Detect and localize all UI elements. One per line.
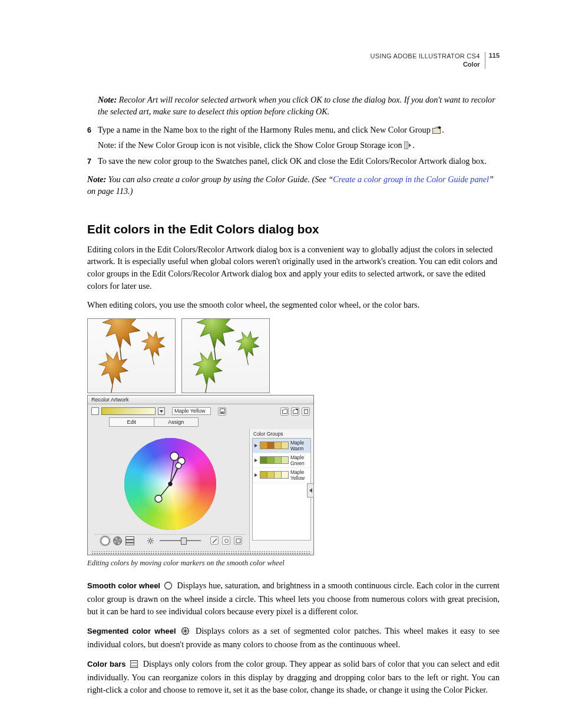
- save-group-icon[interactable]: [218, 407, 226, 416]
- step-7: 7 To save the new color group to the Swa…: [87, 155, 500, 167]
- note-label: Note:: [98, 140, 117, 150]
- step-text: To save the new color group to the Swatc…: [98, 156, 487, 166]
- svg-point-28: [168, 482, 172, 486]
- color-groups-list: Maple Warm Maple Green Maple Yellow: [252, 438, 311, 541]
- svg-line-35: [152, 542, 153, 543]
- definition-smooth-wheel: Smooth color wheel Displays hue, saturat…: [87, 579, 500, 618]
- tool-icon-1[interactable]: [210, 536, 219, 545]
- note-recolor-art: Note: Recolor Art will recolor selected …: [98, 94, 500, 118]
- dialog-divider: [91, 551, 310, 555]
- svg-point-39: [224, 539, 228, 542]
- svg-line-11: [206, 386, 207, 393]
- expand-icon[interactable]: [254, 444, 257, 447]
- body-paragraph: Editing colors in the Edit Colors/Recolo…: [87, 243, 500, 292]
- harmony-menu[interactable]: [158, 407, 165, 415]
- svg-line-8: [111, 386, 113, 393]
- svg-rect-16: [304, 410, 308, 414]
- figure-recolored-art: [181, 318, 270, 393]
- segmented-wheel-mode-button[interactable]: [113, 536, 122, 545]
- new-color-group-icon[interactable]: [280, 407, 289, 416]
- brightness-slider[interactable]: [160, 540, 201, 541]
- color-group-row[interactable]: Maple Warm: [253, 439, 310, 453]
- svg-line-6: [120, 350, 121, 360]
- term-label: Color bars: [87, 660, 126, 668]
- svg-point-24: [155, 495, 162, 502]
- section-heading: Edit colors in the Edit Colors dialog bo…: [87, 222, 500, 236]
- note-color-guide: Note: You can also create a color group …: [87, 173, 500, 197]
- note-text: Recolor Art will recolor selected artwor…: [98, 95, 495, 117]
- swatches: [260, 442, 288, 449]
- color-group-name-field[interactable]: Maple Yellow: [172, 407, 211, 415]
- svg-rect-17: [303, 409, 308, 410]
- swatches: [260, 471, 288, 479]
- svg-point-25: [170, 452, 178, 460]
- tool-icon-2[interactable]: [222, 536, 230, 545]
- brightness-icon: [147, 538, 154, 544]
- header-product: USING ADOBE ILLUSTRATOR CS4: [370, 52, 480, 60]
- tool-icon-3[interactable]: [234, 536, 242, 545]
- smooth-color-wheel[interactable]: [120, 434, 220, 534]
- page-number: 115: [489, 52, 500, 59]
- note-label: Note:: [87, 174, 106, 184]
- show-storage-icon: [404, 140, 412, 148]
- color-group-label: Maple Green: [290, 454, 309, 466]
- dialog-tabs: Edit Assign: [109, 417, 199, 427]
- active-color-proxy[interactable]: [91, 407, 99, 415]
- figure-original-art: [87, 318, 176, 393]
- step-tail: .: [442, 125, 444, 134]
- note-text: if the New Color Group icon is not visib…: [117, 140, 405, 150]
- note-tail: .: [412, 140, 415, 150]
- step-text: Type a name in the Name box to the right…: [98, 125, 432, 134]
- expand-icon[interactable]: [254, 459, 257, 462]
- svg-point-41: [164, 582, 171, 589]
- svg-line-37: [152, 538, 153, 539]
- color-groups-label: Color Groups: [252, 431, 311, 438]
- header-section: Color: [463, 61, 480, 68]
- svg-line-7: [153, 358, 154, 365]
- expand-icon[interactable]: [254, 473, 257, 477]
- svg-rect-40: [236, 539, 240, 543]
- svg-rect-48: [130, 662, 137, 664]
- color-group-label: Maple Warm: [290, 440, 309, 452]
- color-bars-icon: [130, 660, 138, 672]
- definition-text: Displays only colors from the color grou…: [87, 659, 500, 694]
- svg-line-10: [247, 358, 248, 365]
- swatches: [260, 456, 288, 464]
- xref-color-guide[interactable]: Create a color group in the Color Guide …: [333, 174, 489, 184]
- color-group-row[interactable]: Maple Green: [253, 453, 310, 468]
- color-group-row[interactable]: Maple Yellow: [253, 468, 310, 483]
- new-color-group-plus-icon[interactable]: [291, 407, 299, 416]
- step-number: 6: [87, 124, 98, 151]
- harmony-bar[interactable]: [101, 407, 156, 415]
- recolor-artwork-dialog: Recolor Artwork Maple Yellow E: [87, 395, 314, 555]
- svg-line-36: [148, 542, 149, 543]
- step-number: 7: [87, 155, 98, 167]
- step-6: 6 Type a name in the Name box to the rig…: [87, 124, 500, 151]
- dialog-titlebar[interactable]: Recolor Artwork: [88, 396, 313, 404]
- svg-line-38: [213, 539, 217, 543]
- svg-rect-13: [221, 411, 224, 413]
- term-label: Smooth color wheel: [87, 581, 160, 590]
- color-group-label: Maple Yellow: [290, 469, 309, 481]
- color-bars-mode-button[interactable]: [125, 536, 134, 545]
- svg-point-27: [176, 463, 181, 469]
- page-header: USING ADOBE ILLUSTRATOR CS4 Color 115: [87, 52, 500, 69]
- note-pre: You can also create a color group by usi…: [106, 174, 333, 184]
- term-label: Segmented color wheel: [87, 627, 176, 635]
- svg-line-34: [148, 538, 149, 539]
- svg-point-29: [149, 539, 151, 542]
- segmented-wheel-icon: [181, 627, 190, 639]
- note-label: Note:: [98, 95, 117, 104]
- body-paragraph: When editing colors, you use the smooth …: [87, 299, 500, 311]
- svg-marker-5: [409, 143, 411, 147]
- collapse-storage-button[interactable]: [307, 483, 314, 498]
- definition-segmented-wheel: Segmented color wheel Displays colors as…: [87, 625, 500, 651]
- tab-edit[interactable]: Edit: [110, 418, 154, 426]
- smooth-wheel-mode-button[interactable]: [101, 536, 110, 545]
- delete-color-group-icon[interactable]: [302, 407, 310, 416]
- figure-edit-colors: Recolor Artwork Maple Yellow E: [87, 318, 500, 568]
- tab-assign[interactable]: Assign: [154, 418, 199, 426]
- svg-line-9: [214, 350, 216, 360]
- figure-caption: Editing colors by moving color markers o…: [87, 559, 500, 568]
- definition-color-bars: Color bars Displays only colors from the…: [87, 658, 500, 696]
